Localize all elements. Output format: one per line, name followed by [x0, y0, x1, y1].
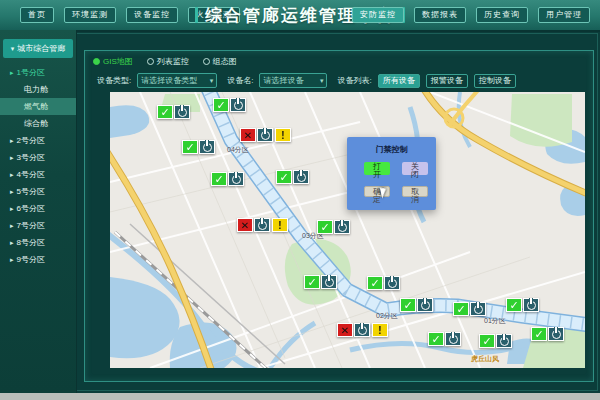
power-icon: [257, 128, 273, 142]
filter-all-devices-button[interactable]: 所有设备: [378, 74, 420, 88]
radio-icon: [147, 58, 154, 65]
device-marker-alarm[interactable]: ✕!: [237, 218, 288, 232]
sidebar-item-5[interactable]: ▸2号分区: [0, 132, 76, 149]
nav-env-monitor-button[interactable]: 环境监测: [64, 7, 116, 23]
nav-device-monitor-button[interactable]: 设备监控: [126, 7, 178, 23]
sidebar-item-2[interactable]: 电力舱: [0, 81, 76, 98]
warning-icon: !: [275, 128, 291, 142]
sidebar-item-8[interactable]: ▸5号分区: [0, 183, 76, 200]
status-ok-icon: ✓: [304, 275, 320, 289]
door-close-button[interactable]: 关闭: [402, 162, 428, 175]
power-icon: [523, 298, 539, 312]
view-mode-label: GIS地图: [103, 56, 133, 67]
sidebar-item-label: 9号分区: [17, 251, 45, 268]
map-poi-label: 虎丘山风: [471, 354, 499, 364]
status-ok-icon: ✓: [506, 298, 522, 312]
filter-alarm-devices-button[interactable]: 报警设备: [426, 74, 468, 88]
power-icon: [254, 218, 270, 232]
status-alarm-icon: ✕: [337, 323, 353, 337]
sidebar-item-6[interactable]: ▸3号分区: [0, 149, 76, 166]
view-mode-list-radio[interactable]: 列表监控: [147, 56, 189, 67]
device-filter-bar: 设备类型: 请选择设备类型 ▾ 设备名: 请选择设备 ▾ 设备列表: 所有设备 …: [93, 73, 516, 88]
sidebar-root-node[interactable]: ▾ 城市综合管廊: [3, 39, 73, 58]
view-mode-group: GIS地图 列表监控 组态图: [93, 56, 237, 67]
status-ok-icon: ✓: [157, 105, 173, 119]
status-alarm-icon: ✕: [240, 128, 256, 142]
nav-data-report-button[interactable]: 数据报表: [414, 7, 466, 23]
gis-map[interactable]: 04分区03分区02分区01分区 虎丘山风 ✓✓✕!✓✓✓✕!✓✓✓✓✓✓✕!✓…: [110, 92, 585, 368]
sidebar-item-9[interactable]: ▸6号分区: [0, 200, 76, 217]
power-icon: [230, 98, 246, 112]
zone-label: 02分区: [376, 311, 398, 321]
device-marker-ok[interactable]: ✓: [276, 170, 309, 184]
device-marker-ok[interactable]: ✓: [213, 98, 246, 112]
device-marker-ok[interactable]: ✓: [506, 298, 539, 312]
radio-selected-icon: [93, 58, 100, 65]
filter-control-devices-button[interactable]: 控制设备: [474, 74, 516, 88]
view-mode-label: 组态图: [213, 56, 237, 67]
warning-icon: !: [372, 323, 388, 337]
device-marker-ok[interactable]: ✓: [157, 105, 190, 119]
zone-label: 04分区: [227, 145, 249, 155]
power-icon: [293, 170, 309, 184]
sidebar-item-1[interactable]: ▸1号分区: [0, 64, 76, 81]
title-divider: [195, 7, 198, 23]
dialog-title: 门禁控制: [347, 144, 436, 155]
status-ok-icon: ✓: [453, 302, 469, 316]
sidebar: ▾ 城市综合管廊 ▸1号分区电力舱燃气舱综合舱▸2号分区▸3号分区▸4号分区▸5…: [0, 30, 77, 393]
sidebar-item-3[interactable]: 燃气舱: [0, 98, 76, 115]
device-marker-ok[interactable]: ✓: [428, 332, 461, 346]
device-list-label: 设备列表:: [337, 75, 371, 86]
sidebar-item-label: 7号分区: [17, 217, 45, 234]
status-ok-icon: ✓: [479, 334, 495, 348]
door-open-button[interactable]: 打开: [364, 162, 390, 175]
view-mode-label: 列表监控: [157, 56, 189, 67]
nav-history-query-button[interactable]: 历史查询: [476, 7, 528, 23]
view-mode-gis-radio[interactable]: GIS地图: [93, 56, 133, 67]
sidebar-item-11[interactable]: ▸8号分区: [0, 234, 76, 251]
device-marker-ok[interactable]: ✓: [304, 275, 337, 289]
sidebar-root-label: 城市综合管廊: [17, 43, 65, 54]
power-icon: [199, 140, 215, 154]
access-control-dialog: 门禁控制 打开 关闭 确定 取消: [347, 137, 436, 210]
device-marker-ok[interactable]: ✓: [211, 172, 244, 186]
device-type-select[interactable]: 请选择设备类型 ▾: [137, 73, 217, 88]
device-marker-ok[interactable]: ✓: [317, 220, 350, 234]
device-marker-ok[interactable]: ✓: [479, 334, 512, 348]
status-ok-icon: ✓: [182, 140, 198, 154]
warning-icon: !: [272, 218, 288, 232]
nav-user-manage-button[interactable]: 用户管理: [538, 7, 590, 23]
cancel-button[interactable]: 取消: [402, 186, 428, 197]
caret-right-icon: ▸: [10, 166, 14, 183]
status-ok-icon: ✓: [276, 170, 292, 184]
device-marker-ok[interactable]: ✓: [367, 276, 400, 290]
caret-right-icon: ▸: [10, 183, 14, 200]
device-marker-alarm[interactable]: ✕!: [240, 128, 291, 142]
sidebar-item-label: 综合舱: [24, 115, 48, 132]
device-marker-ok[interactable]: ✓: [400, 298, 433, 312]
power-icon: [334, 220, 350, 234]
sidebar-item-10[interactable]: ▸7号分区: [0, 217, 76, 234]
sidebar-item-label: 2号分区: [17, 132, 45, 149]
caret-down-icon: ▾: [11, 45, 15, 53]
device-marker-alarm[interactable]: ✕!: [337, 323, 388, 337]
sidebar-item-12[interactable]: ▸9号分区: [0, 251, 76, 268]
device-name-label: 设备名:: [227, 75, 253, 86]
nav-right: 安防监控 数据报表 历史查询 用户管理: [352, 7, 590, 23]
caret-right-icon: ▸: [10, 149, 14, 166]
sidebar-item-7[interactable]: ▸4号分区: [0, 166, 76, 183]
device-marker-ok[interactable]: ✓: [182, 140, 215, 154]
nav-home-button[interactable]: 首页: [20, 7, 54, 23]
device-marker-ok[interactable]: ✓: [531, 327, 564, 341]
status-alarm-icon: ✕: [237, 218, 253, 232]
caret-right-icon: ▸: [10, 132, 14, 149]
device-marker-ok[interactable]: ✓: [453, 302, 486, 316]
status-ok-icon: ✓: [317, 220, 333, 234]
caret-right-icon: ▸: [10, 251, 14, 268]
sidebar-item-4[interactable]: 综合舱: [0, 115, 76, 132]
view-mode-scada-radio[interactable]: 组态图: [203, 56, 237, 67]
device-name-select[interactable]: 请选择设备 ▾: [259, 73, 327, 88]
nav-security-monitor-button[interactable]: 安防监控: [352, 7, 404, 23]
header-bar: 首页 环境监测 设备监控 火灾监测 综合管廊运维管理平台 安防监控 数据报表 历…: [0, 0, 600, 32]
power-icon: [417, 298, 433, 312]
